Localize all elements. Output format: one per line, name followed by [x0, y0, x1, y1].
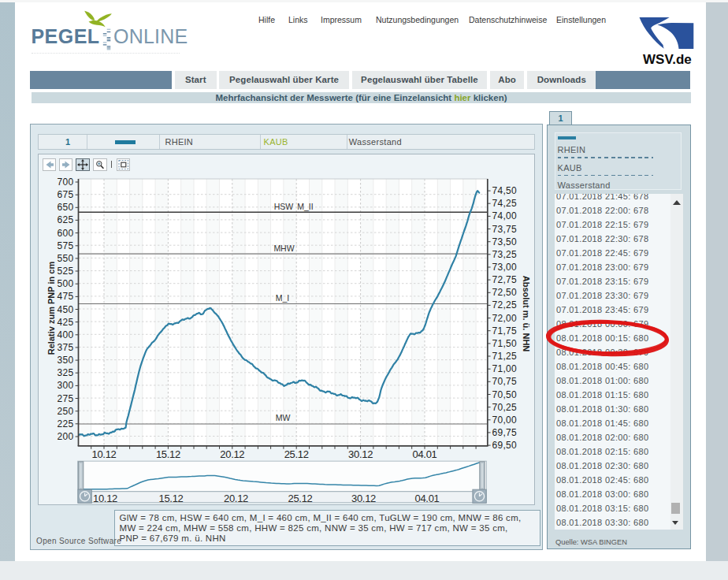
- svg-text:WSV.de: WSV.de: [643, 52, 692, 66]
- svg-text:04.01: 04.01: [414, 493, 439, 504]
- svg-text:MW: MW: [276, 413, 291, 422]
- svg-text:73,00: 73,00: [492, 262, 518, 273]
- svg-text:425: 425: [58, 317, 74, 328]
- svg-text:200: 200: [58, 431, 74, 442]
- svg-text:72,75: 72,75: [492, 274, 518, 285]
- svg-text:73,50: 73,50: [492, 236, 518, 247]
- svg-text:700: 700: [58, 177, 74, 188]
- svg-text:73,75: 73,75: [492, 224, 518, 235]
- svg-text:25.12: 25.12: [288, 493, 312, 504]
- svg-text:400: 400: [58, 329, 74, 340]
- svg-text:ONLINE: ONLINE: [113, 25, 188, 47]
- svg-text:450: 450: [58, 304, 74, 315]
- svg-text:575: 575: [58, 240, 74, 251]
- svg-text:15.12: 15.12: [158, 493, 183, 504]
- svg-text:73,25: 73,25: [492, 249, 518, 260]
- svg-text:600: 600: [58, 228, 74, 239]
- svg-text:70,75: 70,75: [492, 376, 518, 387]
- svg-text:20.12: 20.12: [224, 493, 248, 504]
- svg-text:625: 625: [58, 214, 74, 225]
- svg-text:650: 650: [58, 202, 74, 213]
- svg-text:20.12: 20.12: [220, 448, 244, 460]
- svg-text:M_I: M_I: [276, 293, 290, 303]
- svg-text:675: 675: [58, 189, 74, 200]
- svg-text:PEGEL: PEGEL: [32, 25, 100, 47]
- svg-text:375: 375: [58, 342, 74, 353]
- svg-text:225: 225: [58, 418, 74, 429]
- svg-text:74,50: 74,50: [492, 185, 518, 196]
- svg-text:72,50: 72,50: [492, 287, 518, 298]
- svg-text:325: 325: [58, 367, 74, 378]
- svg-text:550: 550: [58, 253, 74, 264]
- svg-text:525: 525: [58, 266, 74, 277]
- svg-text:275: 275: [58, 393, 74, 404]
- svg-text:350: 350: [58, 355, 74, 366]
- svg-text:475: 475: [58, 291, 74, 302]
- svg-text:70,00: 70,00: [492, 415, 518, 426]
- svg-text:15.12: 15.12: [156, 448, 180, 460]
- svg-text:500: 500: [58, 278, 74, 289]
- svg-text:69,50: 69,50: [492, 440, 518, 451]
- svg-text:250: 250: [58, 406, 74, 417]
- svg-text:69,75: 69,75: [492, 427, 518, 438]
- svg-text:30.12: 30.12: [348, 448, 373, 460]
- svg-text:74,00: 74,00: [492, 210, 518, 221]
- svg-text:Relativ zum PNP in cm: Relativ zum PNP in cm: [46, 262, 56, 355]
- svg-text:M_II: M_II: [297, 202, 313, 211]
- svg-text:70,25: 70,25: [492, 402, 518, 413]
- svg-text:10.12: 10.12: [91, 448, 116, 460]
- svg-text:70,50: 70,50: [492, 389, 518, 400]
- svg-text:04.01: 04.01: [412, 448, 436, 460]
- svg-text:10.12: 10.12: [93, 493, 117, 504]
- svg-text:30.12: 30.12: [351, 493, 376, 504]
- svg-text:25.12: 25.12: [284, 448, 309, 460]
- svg-text:74,25: 74,25: [492, 198, 518, 209]
- svg-text:MHW: MHW: [273, 244, 294, 253]
- svg-text:HSW: HSW: [274, 202, 294, 211]
- svg-text:300: 300: [58, 380, 74, 391]
